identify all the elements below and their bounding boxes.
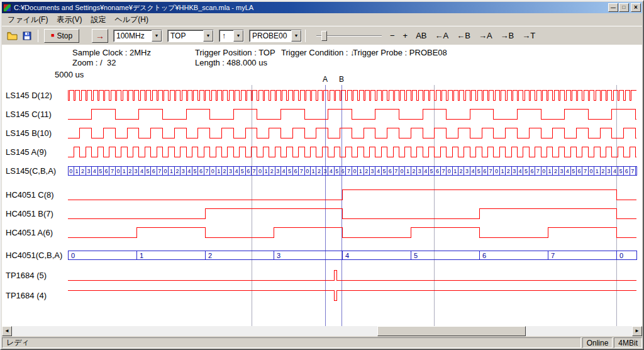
maximize-button[interactable]: □	[619, 3, 629, 12]
bus-value: 0	[619, 252, 623, 259]
waveform-ls145-a-9	[68, 147, 636, 157]
bus-value: 4	[330, 168, 333, 174]
bus-value: 6	[199, 168, 203, 174]
title-bar[interactable]: C:¥Documents and Settings¥noname¥デスクトップ¥…	[2, 2, 642, 13]
zoom-in-button[interactable]: +	[403, 31, 408, 40]
channel-label-hc4051-c-8: HC4051 C(8)	[6, 190, 54, 200]
scrollbar-thumb[interactable]	[377, 326, 526, 336]
bus-value: 2	[223, 168, 226, 174]
trigger-probe-dropdown-button[interactable]: ▼	[291, 30, 301, 42]
status-online-badge: Online	[582, 337, 613, 348]
trigger-edge-dropdown-button[interactable]: ▼	[233, 30, 243, 42]
menu-bar: ファイル(F) 表示(V) 設定 ヘルプ(H)	[2, 13, 642, 26]
status-message: レディ	[2, 337, 581, 348]
scroll-left-icon: ◄	[4, 329, 9, 334]
run-arrow-icon: →	[96, 31, 104, 41]
bus-value: 3	[135, 168, 138, 174]
menu-settings[interactable]: 設定	[86, 13, 110, 26]
zoom-out-button[interactable]: −	[390, 31, 395, 40]
goto-marker-a-right-button[interactable]: →A	[479, 31, 492, 40]
bus-value: 5	[414, 252, 418, 259]
bus-value: 1	[217, 168, 220, 174]
menu-help[interactable]: ヘルプ(H)	[110, 13, 153, 26]
bus-value: 1	[501, 168, 504, 174]
bus-value: 7	[158, 168, 161, 174]
goto-trigger-button[interactable]: →T	[522, 31, 535, 40]
horizontal-scrollbar[interactable]: ◄ ►	[2, 326, 642, 336]
bus-value: 0	[589, 168, 592, 174]
bus-value: 3	[276, 168, 279, 174]
trigger-edge-value: ↑	[219, 30, 233, 42]
sample-clock-dropdown-button[interactable]: ▼	[152, 30, 162, 42]
goto-marker-b-right-button[interactable]: →B	[501, 31, 514, 40]
bus-value: 3	[465, 168, 469, 174]
goto-marker-a-left-button[interactable]: ←A	[435, 31, 449, 40]
bus-value: 0	[448, 168, 451, 174]
bus-value: 2	[412, 168, 415, 174]
bus-value: 6	[152, 168, 155, 174]
bus-value: 5	[335, 168, 338, 174]
bus-value: 1	[596, 168, 599, 174]
channel-label-tp1684-4: TP1684 (4)	[6, 291, 47, 300]
bus-value: 6	[247, 168, 250, 174]
channel-label-hc4051-b-7: HC4051 B(7)	[6, 209, 53, 218]
toolbar: ■ Stop → 100MHz ▼ TOP ▼ ↑ ▼ PROBE00 ▼ − …	[2, 26, 642, 45]
sample-clock-select[interactable]: 100MHz ▼	[113, 30, 162, 42]
trigger-position-select[interactable]: TOP ▼	[167, 30, 214, 42]
trigger-position-dropdown-button[interactable]: ▼	[203, 30, 213, 42]
trigger-edge-select[interactable]: ↑ ▼	[219, 30, 244, 42]
bus-value: 0	[542, 168, 545, 174]
toolbar-separator	[305, 30, 306, 42]
bus-value: 0	[164, 168, 167, 174]
scroll-left-button[interactable]: ◄	[2, 326, 12, 336]
waveform-ls145-d-12	[68, 90, 636, 100]
bus-value: 1	[75, 168, 79, 174]
bus-value: 4	[613, 168, 616, 174]
channel-label-ls145-c-b-a: LS145(C,B,A)	[6, 166, 56, 176]
menu-view[interactable]: 表示(V)	[52, 13, 86, 26]
status-bar: レディ Online 4MBit	[2, 336, 642, 348]
bus-value: 3	[277, 252, 280, 259]
bus-value: 6	[625, 168, 628, 174]
trigger-probe-select[interactable]: PROBE00 ▼	[249, 30, 302, 42]
bus-value: 2	[175, 168, 179, 174]
bus-value: 2	[365, 168, 368, 174]
waveform-plot[interactable]: ABLS145 D(12)LS145 C(11)LS145 B(10)LS145…	[2, 45, 642, 326]
waveform-tp1684-4	[68, 290, 636, 300]
bus-value: 2	[270, 168, 274, 174]
run-button[interactable]: →	[92, 29, 108, 43]
bus-value: 3	[87, 168, 90, 174]
zoom-slider-thumb[interactable]	[321, 31, 327, 41]
bus-value: 6	[578, 168, 581, 174]
goto-marker-b-left-button[interactable]: ←B	[457, 31, 470, 40]
channel-label-ls145-c-11: LS145 C(11)	[6, 110, 52, 119]
bus-value: 1	[170, 168, 173, 174]
channel-label-ls145-a-9: LS145 A(9)	[6, 147, 47, 157]
bus-value: 7	[551, 252, 555, 259]
channel-label-hc4051-c-b-a: HC4051(C,B,A)	[6, 251, 62, 260]
close-icon: ×	[634, 4, 638, 11]
bus-value: 2	[507, 168, 510, 174]
bus-value: 6	[482, 252, 486, 259]
open-button[interactable]	[4, 29, 19, 43]
bus-value: 5	[146, 168, 149, 174]
close-button[interactable]: ×	[631, 3, 641, 12]
save-button[interactable]	[19, 29, 35, 43]
menu-file[interactable]: ファイル(F)	[3, 13, 52, 26]
marker-b-label: B	[339, 75, 344, 84]
bus-value: 6	[389, 168, 392, 174]
bus-value: 2	[128, 168, 131, 174]
bus-value: 5	[572, 168, 575, 174]
bus-value: 0	[353, 168, 356, 174]
ab-range-button[interactable]: AB	[416, 31, 426, 40]
zoom-slider[interactable]	[316, 30, 382, 42]
bus-value: 7	[631, 168, 634, 174]
bus-value: 6	[530, 168, 533, 174]
stop-button[interactable]: ■ Stop	[44, 29, 79, 43]
bus-value: 3	[608, 168, 611, 174]
channel-label-hc4051-a-6: HC4051 A(6)	[6, 228, 53, 237]
minimize-button[interactable]: —	[608, 3, 618, 12]
bus-value: 1	[359, 168, 362, 174]
scroll-right-button[interactable]: ►	[632, 326, 642, 336]
bus-value: 2	[554, 168, 557, 174]
